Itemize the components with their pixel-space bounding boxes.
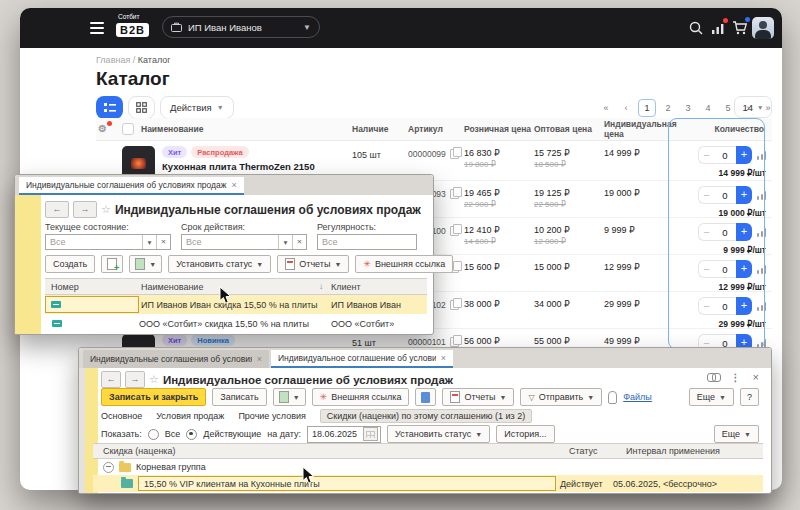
- radio-all[interactable]: [148, 429, 159, 440]
- quantity-stepper[interactable]: −0+: [698, 186, 752, 204]
- more-button[interactable]: Еще▼: [689, 388, 734, 406]
- subtab-discounts[interactable]: Скидки (наценки) по этому соглашению (1 …: [320, 409, 532, 423]
- number-cell-selected[interactable]: [45, 296, 139, 313]
- send-button[interactable]: ▽Отправить▼: [520, 388, 602, 406]
- get-link-icon[interactable]: [707, 373, 719, 381]
- minus-button[interactable]: −: [698, 146, 714, 164]
- paperclip-icon[interactable]: [608, 391, 617, 404]
- cart-icon[interactable]: [732, 20, 748, 36]
- page-prev[interactable]: ‹: [618, 100, 634, 116]
- tab-agreements-list[interactable]: Индивидуальные соглашения об условиях пр…: [83, 350, 269, 368]
- close-icon[interactable]: ×: [441, 353, 446, 363]
- close-window-icon[interactable]: ×: [753, 371, 759, 383]
- tab-agreements-list[interactable]: Индивидуальные соглашения об условиях пр…: [19, 177, 244, 195]
- filter-validity-input[interactable]: Все ▼✕: [181, 234, 307, 250]
- col-discount[interactable]: Скидка (наценка): [93, 446, 569, 456]
- col-interval[interactable]: Интервал применения: [626, 446, 720, 456]
- plus-button[interactable]: +: [736, 186, 752, 204]
- clear-icon[interactable]: ✕: [292, 235, 306, 249]
- favorite-star-icon[interactable]: ☆: [101, 203, 111, 216]
- forward-button[interactable]: →: [125, 371, 145, 388]
- col-sku[interactable]: Артикул: [408, 124, 464, 134]
- col-retail[interactable]: Розничная цена: [464, 124, 534, 134]
- minus-button[interactable]: −: [698, 223, 714, 241]
- page-3[interactable]: 3: [680, 100, 696, 116]
- create-group-button[interactable]: [101, 255, 123, 273]
- back-button[interactable]: ←: [45, 201, 69, 218]
- agreement-name[interactable]: ИП Иванов Иван скидка 15,50 % на плиты: [139, 300, 331, 310]
- column-settings-button[interactable]: ⚙: [98, 123, 110, 135]
- copy-icon[interactable]: [450, 300, 459, 310]
- copy-icon[interactable]: [450, 226, 459, 236]
- minus-button[interactable]: −: [698, 186, 714, 204]
- agreement-row[interactable]: ООО «Сотбит» скидка 15,50 % на плиты ООО…: [45, 314, 427, 333]
- user-avatar[interactable]: [752, 17, 774, 39]
- price-chart-icon[interactable]: [757, 302, 766, 311]
- minus-button[interactable]: −: [698, 297, 714, 315]
- kebab-menu-icon[interactable]: ⋮: [731, 372, 741, 383]
- col-qty[interactable]: Количество: [686, 124, 768, 134]
- col-name[interactable]: Наименование: [141, 124, 203, 134]
- copy-item-button[interactable]: ▼: [129, 255, 162, 273]
- price-chart-icon[interactable]: [757, 228, 766, 237]
- stock-link[interactable]: 105 шт: [352, 150, 381, 160]
- list-view-button[interactable]: [96, 96, 123, 119]
- quantity-value[interactable]: 0: [714, 146, 736, 164]
- quantity-stepper[interactable]: −0+: [698, 297, 752, 315]
- create-based-button[interactable]: ▼: [273, 388, 306, 406]
- quantity-value[interactable]: 0: [714, 223, 736, 241]
- page-first[interactable]: «: [598, 100, 614, 116]
- external-link-button[interactable]: ✳Внешняя ссылка: [355, 255, 453, 273]
- brand-logo[interactable]: Сотбит B2B: [116, 13, 149, 38]
- page-2[interactable]: 2: [660, 100, 676, 116]
- group-name[interactable]: Корневая группа: [136, 462, 206, 472]
- radio-active[interactable]: [186, 429, 197, 440]
- dropdown-icon[interactable]: ▼: [278, 235, 292, 249]
- price-chart-icon[interactable]: [757, 151, 766, 160]
- quantity-stepper[interactable]: −0+: [698, 146, 752, 164]
- col-number[interactable]: Номер: [45, 282, 141, 292]
- history-button[interactable]: История...: [496, 425, 554, 443]
- plus-button[interactable]: +: [736, 146, 752, 164]
- agreement-row-selected[interactable]: ИП Иванов Иван скидка 15,50 % на плиты И…: [45, 295, 427, 314]
- agreement-name[interactable]: ООО «Сотбит» скидка 15,50 % на плиты: [139, 319, 331, 329]
- external-link-button[interactable]: ✳Внешняя ссылка: [312, 388, 410, 406]
- copy-icon[interactable]: [450, 189, 459, 199]
- quantity-stepper[interactable]: −0+: [698, 260, 752, 278]
- save-and-close-button[interactable]: Записать и закрыть: [101, 388, 206, 406]
- grid-view-button[interactable]: [128, 96, 155, 119]
- filter-regularity-input[interactable]: Все: [317, 234, 417, 250]
- page-1[interactable]: 1: [638, 99, 656, 117]
- subtab-other-conditions[interactable]: Прочие условия: [238, 411, 305, 421]
- more-button[interactable]: Еще▼: [714, 425, 759, 443]
- col-client[interactable]: Клиент: [331, 282, 361, 292]
- create-button[interactable]: Создать: [45, 255, 95, 273]
- collapse-toggle-icon[interactable]: [103, 462, 114, 473]
- clear-icon[interactable]: ✕: [156, 235, 170, 249]
- back-button[interactable]: ←: [101, 371, 121, 388]
- sort-desc-icon[interactable]: ↓: [319, 282, 331, 291]
- set-status-button[interactable]: Установить статус▼: [168, 255, 271, 273]
- favorite-star-icon[interactable]: ☆: [149, 373, 159, 386]
- search-icon[interactable]: [688, 20, 704, 36]
- discount-name-cell-selected[interactable]: 15,50 % VIP клиентам на Кухонные плиты: [138, 476, 556, 491]
- tab-agreement-detail[interactable]: Индивидуальное соглашение об условиях пр…: [271, 350, 453, 368]
- col-stock[interactable]: Наличие: [352, 124, 408, 134]
- reports-button[interactable]: Отчеты▼: [442, 388, 514, 406]
- close-icon[interactable]: ×: [231, 180, 236, 190]
- attach-button[interactable]: [415, 388, 436, 406]
- copy-icon[interactable]: [450, 149, 459, 159]
- copy-icon[interactable]: [450, 337, 459, 347]
- plus-button[interactable]: +: [736, 260, 752, 278]
- files-link[interactable]: Файлы: [623, 392, 652, 402]
- select-all-checkbox[interactable]: [122, 123, 134, 135]
- subtab-sales-conditions[interactable]: Условия продаж: [156, 411, 224, 421]
- actions-button[interactable]: Действия ▼: [160, 96, 234, 119]
- quantity-value[interactable]: 0: [714, 186, 736, 204]
- save-button[interactable]: Записать: [212, 388, 266, 406]
- reports-button[interactable]: Отчеты▼: [277, 255, 349, 273]
- company-selector[interactable]: ИП Иван Иванов ▼: [162, 16, 320, 38]
- subtab-main[interactable]: Основное: [101, 411, 142, 421]
- close-icon[interactable]: ×: [257, 354, 262, 364]
- price-chart-icon[interactable]: [757, 191, 766, 200]
